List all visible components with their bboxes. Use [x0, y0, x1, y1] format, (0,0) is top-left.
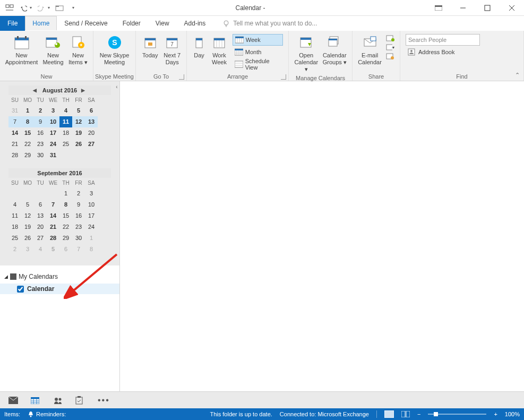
date-cell[interactable]: 2	[72, 188, 85, 199]
nav-more-icon[interactable]: •••	[98, 396, 108, 405]
date-cell[interactable]: 22	[21, 139, 34, 150]
date-cell[interactable]: 12	[21, 210, 34, 221]
address-book-button[interactable]: Address Book	[406, 46, 480, 58]
tab-home[interactable]: Home	[25, 16, 57, 31]
date-cell[interactable]: 1	[21, 105, 34, 116]
week-view-button[interactable]: Week	[233, 34, 283, 46]
date-cell[interactable]: 24	[85, 221, 98, 233]
next-month-icon[interactable]: ▶	[81, 88, 87, 93]
date-cell[interactable]: 6	[85, 105, 98, 116]
date-cell[interactable]: 31	[8, 105, 21, 116]
dialog-launcher-icon[interactable]	[281, 74, 286, 80]
tab-send-receive[interactable]: Send / Receive	[57, 16, 115, 31]
zoom-out-button[interactable]: −	[417, 411, 420, 417]
date-cell[interactable]: 5	[72, 105, 85, 116]
date-cell[interactable]: 11	[8, 210, 21, 221]
date-cell[interactable]: 23	[34, 139, 47, 150]
date-cell[interactable]: 4	[8, 199, 21, 210]
date-cell[interactable]: 25	[8, 233, 21, 244]
date-cell[interactable]: 20	[85, 127, 98, 139]
date-cell[interactable]: 7	[8, 116, 21, 127]
nav-tasks-icon[interactable]	[75, 396, 86, 405]
new-skype-meeting-button[interactable]: S New Skype Meeting	[97, 33, 132, 66]
minimize-button[interactable]	[451, 0, 475, 16]
date-cell[interactable]: 28	[8, 150, 21, 161]
date-cell[interactable]: 19	[21, 221, 34, 233]
close-button[interactable]	[500, 0, 524, 16]
date-cell[interactable]: 25	[59, 139, 72, 150]
tab-file[interactable]: File	[0, 16, 25, 31]
select-all-icon[interactable]	[10, 273, 16, 280]
undo-dropdown-icon[interactable]: ▾	[30, 5, 32, 10]
date-cell[interactable]: 1	[85, 233, 98, 244]
date-cell[interactable]: 24	[47, 139, 59, 150]
date-cell[interactable]: 19	[72, 127, 85, 139]
ribbon-display-options-icon[interactable]	[426, 0, 451, 16]
date-cell[interactable]: 9	[34, 116, 47, 127]
date-cell[interactable]: 23	[72, 221, 85, 233]
collapse-pane-icon[interactable]: ‹	[113, 82, 121, 91]
calendar-permissions-icon[interactable]	[386, 52, 394, 61]
calendar-group-header[interactable]: ◢ My Calendars	[4, 273, 115, 280]
date-cell[interactable]: 2	[8, 244, 21, 255]
date-cell[interactable]: 29	[21, 150, 34, 161]
date-cell[interactable]: 5	[47, 244, 59, 255]
date-cell[interactable]: 16	[72, 210, 85, 221]
dialog-launcher-icon[interactable]	[179, 74, 184, 80]
zoom-in-button[interactable]: +	[494, 411, 497, 417]
work-week-button[interactable]: Work Week	[208, 33, 230, 66]
date-cell[interactable]: 26	[21, 233, 34, 244]
tab-view[interactable]: View	[148, 16, 177, 31]
redo-dropdown-icon[interactable]: ▾	[48, 5, 50, 10]
date-cell[interactable]: 3	[85, 188, 98, 199]
date-cell[interactable]: 5	[21, 199, 34, 210]
date-cell[interactable]: 12	[72, 116, 85, 127]
today-button[interactable]: Today	[139, 33, 161, 59]
calendar-groups-button[interactable]: Calendar Groups ▾	[321, 33, 349, 66]
tab-folder[interactable]: Folder	[115, 16, 148, 31]
date-cell[interactable]: 31	[47, 150, 59, 161]
view-normal-icon[interactable]	[384, 410, 394, 418]
date-cell[interactable]: 21	[8, 139, 21, 150]
date-cell[interactable]: 14	[47, 210, 59, 221]
date-cell[interactable]: 20	[34, 221, 47, 233]
date-cell[interactable]: 28	[47, 233, 59, 244]
date-cell[interactable]: 8	[85, 244, 98, 255]
date-cell[interactable]: 26	[72, 139, 85, 150]
date-cell[interactable]: 10	[85, 199, 98, 210]
zoom-slider[interactable]	[428, 414, 486, 415]
undo-icon[interactable]	[19, 4, 28, 12]
collapse-ribbon-icon[interactable]: ⌃	[515, 72, 520, 79]
new-meeting-button[interactable]: New Meeting	[40, 33, 66, 66]
calendar-checkbox[interactable]	[17, 286, 24, 293]
redo-icon[interactable]	[37, 4, 46, 12]
date-cell[interactable]: 30	[72, 233, 85, 244]
tab-addins[interactable]: Add-ins	[177, 16, 213, 31]
date-cell[interactable]: 18	[8, 221, 21, 233]
date-cell[interactable]: 6	[59, 244, 72, 255]
publish-online-icon[interactable]: ▾	[386, 43, 394, 52]
date-cell[interactable]: 18	[59, 127, 72, 139]
day-view-button[interactable]: Day	[190, 33, 208, 59]
maximize-button[interactable]	[475, 0, 500, 16]
quick-access-icon[interactable]	[5, 4, 14, 12]
date-cell[interactable]: 9	[72, 199, 85, 210]
date-cell[interactable]: 15	[21, 127, 34, 139]
date-cell[interactable]: 21	[47, 221, 59, 233]
calendar-item[interactable]: Calendar	[0, 284, 119, 294]
view-reading-icon[interactable]	[401, 411, 410, 417]
date-cell[interactable]: 7	[72, 244, 85, 255]
open-calendar-button[interactable]: Open Calendar ▾	[292, 33, 321, 73]
new-appointment-button[interactable]: New Appointment	[3, 33, 40, 66]
date-cell[interactable]: 16	[34, 127, 47, 139]
date-cell[interactable]: 11	[59, 116, 72, 127]
date-cell[interactable]: 4	[34, 244, 47, 255]
date-cell[interactable]: 1	[59, 188, 72, 199]
date-cell[interactable]: 8	[59, 199, 72, 210]
date-cell[interactable]: 3	[47, 105, 59, 116]
date-cell[interactable]: 8	[21, 116, 34, 127]
date-cell[interactable]: 2	[34, 105, 47, 116]
tell-me-search[interactable]: Tell me what you want to do...	[222, 20, 317, 27]
date-cell[interactable]: 13	[34, 210, 47, 221]
nav-mail-icon[interactable]	[8, 397, 19, 404]
